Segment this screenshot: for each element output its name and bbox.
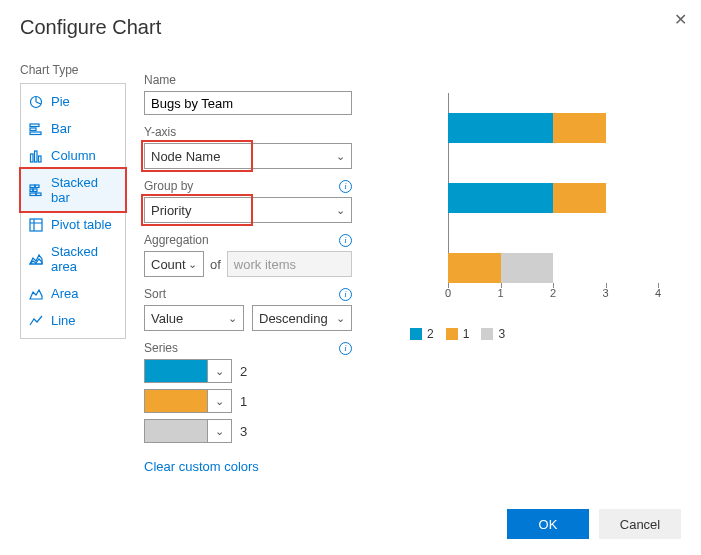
legend-item: 1 <box>446 327 470 341</box>
bar-row <box>448 183 606 213</box>
chevron-down-icon: ⌄ <box>228 312 237 325</box>
x-tick-label: 3 <box>602 287 608 299</box>
sort-label: Sort <box>144 287 166 301</box>
sidebar-item-pie[interactable]: Pie <box>21 88 125 115</box>
svg-rect-3 <box>30 132 41 135</box>
sort-dir-select[interactable]: Descending ⌄ <box>252 305 352 331</box>
svg-rect-7 <box>30 185 35 188</box>
sidebar-item-area[interactable]: Area <box>21 280 125 307</box>
sidebar-item-label: Stacked bar <box>51 175 117 205</box>
chevron-down-icon: ⌄ <box>207 390 231 412</box>
series-color-select[interactable]: ⌄ <box>144 359 232 383</box>
sidebar-item-label: Pie <box>51 94 70 109</box>
svg-rect-2 <box>30 128 36 131</box>
series-name: 3 <box>240 424 247 439</box>
chevron-down-icon: ⌄ <box>336 150 345 163</box>
bar-icon <box>29 122 43 136</box>
sidebar-item-label: Area <box>51 286 78 301</box>
svg-rect-5 <box>35 151 38 162</box>
aggregation-select[interactable]: Count ⌄ <box>144 251 204 277</box>
svg-rect-6 <box>39 156 42 162</box>
aggregation-label: Aggregation <box>144 233 209 247</box>
stacked-bar-icon <box>29 183 43 197</box>
sidebar-item-pivot-table[interactable]: Pivot table <box>21 211 125 238</box>
info-icon[interactable]: i <box>339 342 352 355</box>
svg-rect-8 <box>35 185 39 188</box>
x-tick-label: 4 <box>655 287 661 299</box>
legend-label: 1 <box>463 327 470 341</box>
svg-rect-1 <box>30 124 39 127</box>
dialog-title: Configure Chart <box>20 16 681 39</box>
legend-swatch <box>481 328 493 340</box>
area-icon <box>29 287 43 301</box>
series-name: 2 <box>240 364 247 379</box>
pivot-table-icon <box>29 218 43 232</box>
of-label: of <box>210 257 221 272</box>
yaxis-select[interactable]: Node Name ⌄ <box>144 143 352 169</box>
sidebar-item-bar[interactable]: Bar <box>21 115 125 142</box>
series-row: ⌄1 <box>144 389 352 413</box>
series-label: Series <box>144 341 178 355</box>
chart-preview: VoiceInternetService Del... 01234 213 <box>370 93 660 341</box>
sort-field-value: Value <box>151 311 183 326</box>
legend-label: 3 <box>498 327 505 341</box>
groupby-select[interactable]: Priority ⌄ <box>144 197 352 223</box>
sidebar-item-label: Stacked area <box>51 244 117 274</box>
sidebar-item-stacked-area[interactable]: Stacked area <box>21 238 125 280</box>
bar-segment <box>448 253 501 283</box>
name-input[interactable] <box>144 91 352 115</box>
x-tick-label: 0 <box>445 287 451 299</box>
svg-rect-12 <box>36 193 41 196</box>
bar-segment <box>553 183 606 213</box>
chart-type-label: Chart Type <box>20 63 126 77</box>
sidebar-item-label: Column <box>51 148 96 163</box>
sidebar-item-stacked-bar[interactable]: Stacked bar <box>21 169 125 211</box>
ok-button[interactable]: OK <box>507 509 589 539</box>
aggregation-value: Count <box>151 257 186 272</box>
bar-row <box>448 253 553 283</box>
pie-icon <box>29 95 43 109</box>
info-icon[interactable]: i <box>339 234 352 247</box>
groupby-value: Priority <box>151 203 191 218</box>
chart-type-list: Pie Bar Column Stacked bar Pivot table <box>20 83 126 339</box>
sort-dir-value: Descending <box>259 311 328 326</box>
x-tick-label: 1 <box>497 287 503 299</box>
x-tick-label: 2 <box>550 287 556 299</box>
legend-swatch <box>446 328 458 340</box>
name-label: Name <box>144 73 352 87</box>
info-icon[interactable]: i <box>339 180 352 193</box>
legend-item: 3 <box>481 327 505 341</box>
chart-legend: 213 <box>410 327 660 341</box>
series-color-select[interactable]: ⌄ <box>144 419 232 443</box>
series-color-select[interactable]: ⌄ <box>144 389 232 413</box>
chevron-down-icon: ⌄ <box>188 258 197 271</box>
svg-rect-4 <box>31 154 34 162</box>
series-row: ⌄2 <box>144 359 352 383</box>
groupby-label: Group by <box>144 179 193 193</box>
sort-field-select[interactable]: Value ⌄ <box>144 305 244 331</box>
line-icon <box>29 314 43 328</box>
sidebar-item-label: Pivot table <box>51 217 112 232</box>
column-icon <box>29 149 43 163</box>
cancel-button[interactable]: Cancel <box>599 509 681 539</box>
yaxis-value: Node Name <box>151 149 220 164</box>
svg-rect-13 <box>30 219 42 231</box>
chevron-down-icon: ⌄ <box>336 312 345 325</box>
legend-label: 2 <box>427 327 434 341</box>
svg-rect-10 <box>33 189 37 192</box>
bar-segment <box>448 183 553 213</box>
series-row: ⌄3 <box>144 419 352 443</box>
bar-segment <box>553 113 606 143</box>
stacked-area-icon <box>29 252 43 266</box>
sidebar-item-column[interactable]: Column <box>21 142 125 169</box>
bar-segment <box>501 253 554 283</box>
sidebar-item-line[interactable]: Line <box>21 307 125 334</box>
clear-colors-link[interactable]: Clear custom colors <box>144 459 259 474</box>
info-icon[interactable]: i <box>339 288 352 301</box>
sidebar-item-label: Line <box>51 313 76 328</box>
chevron-down-icon: ⌄ <box>207 360 231 382</box>
bar-segment <box>448 113 553 143</box>
bar-row <box>448 113 606 143</box>
sidebar-item-label: Bar <box>51 121 71 136</box>
close-icon[interactable]: ✕ <box>674 10 687 29</box>
